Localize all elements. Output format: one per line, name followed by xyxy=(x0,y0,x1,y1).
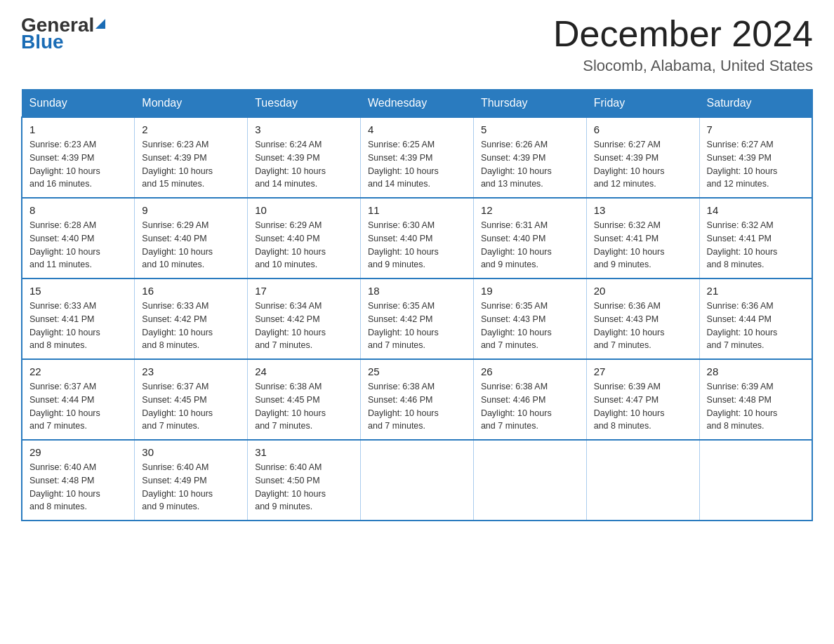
calendar-cell: 31Sunrise: 6:40 AMSunset: 4:50 PMDayligh… xyxy=(248,440,361,521)
day-number: 16 xyxy=(142,285,240,297)
day-number: 13 xyxy=(594,204,692,216)
calendar-cell: 8Sunrise: 6:28 AMSunset: 4:40 PMDaylight… xyxy=(22,198,135,279)
day-info: Sunrise: 6:38 AMSunset: 4:46 PMDaylight:… xyxy=(368,380,466,433)
day-number: 10 xyxy=(255,204,353,216)
calendar-cell: 28Sunrise: 6:39 AMSunset: 4:48 PMDayligh… xyxy=(699,359,812,440)
day-number: 29 xyxy=(29,446,127,458)
calendar-cell: 13Sunrise: 6:32 AMSunset: 4:41 PMDayligh… xyxy=(586,198,699,279)
calendar-cell: 24Sunrise: 6:38 AMSunset: 4:45 PMDayligh… xyxy=(248,359,361,440)
calendar-cell xyxy=(361,440,474,521)
day-info: Sunrise: 6:36 AMSunset: 4:44 PMDaylight:… xyxy=(707,300,805,352)
title-area: December 2024 Slocomb, Alabama, United S… xyxy=(553,14,813,75)
day-info: Sunrise: 6:24 AMSunset: 4:39 PMDaylight:… xyxy=(255,138,353,191)
day-number: 9 xyxy=(142,204,240,216)
calendar-cell: 26Sunrise: 6:38 AMSunset: 4:46 PMDayligh… xyxy=(473,359,586,440)
calendar-cell: 23Sunrise: 6:37 AMSunset: 4:45 PMDayligh… xyxy=(135,359,248,440)
day-info: Sunrise: 6:33 AMSunset: 4:42 PMDaylight:… xyxy=(142,300,240,352)
day-info: Sunrise: 6:25 AMSunset: 4:39 PMDaylight:… xyxy=(368,138,466,191)
calendar-cell: 7Sunrise: 6:27 AMSunset: 4:39 PMDaylight… xyxy=(699,117,812,198)
day-number: 31 xyxy=(255,446,353,458)
header-sunday: Sunday xyxy=(22,90,135,118)
header-tuesday: Tuesday xyxy=(248,90,361,118)
day-number: 26 xyxy=(481,365,579,377)
day-number: 30 xyxy=(142,446,240,458)
calendar-cell: 19Sunrise: 6:35 AMSunset: 4:43 PMDayligh… xyxy=(473,279,586,359)
calendar-week-row: 8Sunrise: 6:28 AMSunset: 4:40 PMDaylight… xyxy=(22,198,812,279)
calendar-week-row: 1Sunrise: 6:23 AMSunset: 4:39 PMDaylight… xyxy=(22,117,812,198)
day-info: Sunrise: 6:27 AMSunset: 4:39 PMDaylight:… xyxy=(707,138,805,191)
day-number: 21 xyxy=(707,285,805,297)
day-info: Sunrise: 6:30 AMSunset: 4:40 PMDaylight:… xyxy=(368,219,466,271)
day-info: Sunrise: 6:39 AMSunset: 4:47 PMDaylight:… xyxy=(594,380,692,433)
day-info: Sunrise: 6:35 AMSunset: 4:43 PMDaylight:… xyxy=(481,300,579,352)
calendar-cell: 15Sunrise: 6:33 AMSunset: 4:41 PMDayligh… xyxy=(22,279,135,359)
day-info: Sunrise: 6:28 AMSunset: 4:40 PMDaylight:… xyxy=(29,219,127,271)
calendar-week-row: 22Sunrise: 6:37 AMSunset: 4:44 PMDayligh… xyxy=(22,359,812,440)
calendar-cell: 6Sunrise: 6:27 AMSunset: 4:39 PMDaylight… xyxy=(586,117,699,198)
day-info: Sunrise: 6:29 AMSunset: 4:40 PMDaylight:… xyxy=(255,219,353,271)
day-number: 1 xyxy=(29,123,127,135)
calendar-cell xyxy=(586,440,699,521)
calendar-cell: 2Sunrise: 6:23 AMSunset: 4:39 PMDaylight… xyxy=(135,117,248,198)
day-info: Sunrise: 6:23 AMSunset: 4:39 PMDaylight:… xyxy=(142,138,240,191)
day-number: 7 xyxy=(707,123,805,135)
day-number: 20 xyxy=(594,285,692,297)
header-thursday: Thursday xyxy=(473,90,586,118)
header-monday: Monday xyxy=(135,90,248,118)
calendar-cell: 14Sunrise: 6:32 AMSunset: 4:41 PMDayligh… xyxy=(699,198,812,279)
calendar-cell: 20Sunrise: 6:36 AMSunset: 4:43 PMDayligh… xyxy=(586,279,699,359)
day-number: 28 xyxy=(707,365,805,377)
day-number: 25 xyxy=(368,365,466,377)
day-number: 3 xyxy=(255,123,353,135)
day-number: 5 xyxy=(481,123,579,135)
day-info: Sunrise: 6:39 AMSunset: 4:48 PMDaylight:… xyxy=(707,380,805,433)
day-info: Sunrise: 6:38 AMSunset: 4:46 PMDaylight:… xyxy=(481,380,579,433)
calendar-cell: 22Sunrise: 6:37 AMSunset: 4:44 PMDayligh… xyxy=(22,359,135,440)
calendar-cell: 18Sunrise: 6:35 AMSunset: 4:42 PMDayligh… xyxy=(361,279,474,359)
day-info: Sunrise: 6:32 AMSunset: 4:41 PMDaylight:… xyxy=(594,219,692,271)
calendar-week-row: 15Sunrise: 6:33 AMSunset: 4:41 PMDayligh… xyxy=(22,279,812,359)
day-number: 22 xyxy=(29,365,127,377)
calendar-cell xyxy=(699,440,812,521)
header-saturday: Saturday xyxy=(699,90,812,118)
calendar-cell: 17Sunrise: 6:34 AMSunset: 4:42 PMDayligh… xyxy=(248,279,361,359)
calendar-cell: 21Sunrise: 6:36 AMSunset: 4:44 PMDayligh… xyxy=(699,279,812,359)
calendar-cell: 10Sunrise: 6:29 AMSunset: 4:40 PMDayligh… xyxy=(248,198,361,279)
day-number: 8 xyxy=(29,204,127,216)
day-info: Sunrise: 6:40 AMSunset: 4:48 PMDaylight:… xyxy=(29,461,127,514)
calendar-cell: 5Sunrise: 6:26 AMSunset: 4:39 PMDaylight… xyxy=(473,117,586,198)
calendar-cell: 27Sunrise: 6:39 AMSunset: 4:47 PMDayligh… xyxy=(586,359,699,440)
day-info: Sunrise: 6:27 AMSunset: 4:39 PMDaylight:… xyxy=(594,138,692,191)
day-info: Sunrise: 6:36 AMSunset: 4:43 PMDaylight:… xyxy=(594,300,692,352)
calendar-cell: 9Sunrise: 6:29 AMSunset: 4:40 PMDaylight… xyxy=(135,198,248,279)
page-header: General Blue December 2024 Slocomb, Alab… xyxy=(21,14,813,75)
day-number: 15 xyxy=(29,285,127,297)
calendar-cell: 16Sunrise: 6:33 AMSunset: 4:42 PMDayligh… xyxy=(135,279,248,359)
day-number: 27 xyxy=(594,365,692,377)
day-info: Sunrise: 6:40 AMSunset: 4:49 PMDaylight:… xyxy=(142,461,240,514)
day-number: 6 xyxy=(594,123,692,135)
day-number: 2 xyxy=(142,123,240,135)
calendar-table: SundayMondayTuesdayWednesdayThursdayFrid… xyxy=(21,89,813,521)
day-info: Sunrise: 6:37 AMSunset: 4:45 PMDaylight:… xyxy=(142,380,240,433)
day-info: Sunrise: 6:38 AMSunset: 4:45 PMDaylight:… xyxy=(255,380,353,433)
calendar-header-row: SundayMondayTuesdayWednesdayThursdayFrid… xyxy=(22,90,812,118)
day-info: Sunrise: 6:26 AMSunset: 4:39 PMDaylight:… xyxy=(481,138,579,191)
month-title: December 2024 xyxy=(553,14,813,54)
day-number: 4 xyxy=(368,123,466,135)
day-number: 24 xyxy=(255,365,353,377)
location-label: Slocomb, Alabama, United States xyxy=(553,57,813,75)
calendar-cell: 11Sunrise: 6:30 AMSunset: 4:40 PMDayligh… xyxy=(361,198,474,279)
day-info: Sunrise: 6:32 AMSunset: 4:41 PMDaylight:… xyxy=(707,219,805,271)
logo: General Blue xyxy=(21,14,105,53)
day-info: Sunrise: 6:31 AMSunset: 4:40 PMDaylight:… xyxy=(481,219,579,271)
day-info: Sunrise: 6:37 AMSunset: 4:44 PMDaylight:… xyxy=(29,380,127,433)
calendar-week-row: 29Sunrise: 6:40 AMSunset: 4:48 PMDayligh… xyxy=(22,440,812,521)
day-info: Sunrise: 6:33 AMSunset: 4:41 PMDaylight:… xyxy=(29,300,127,352)
day-info: Sunrise: 6:34 AMSunset: 4:42 PMDaylight:… xyxy=(255,300,353,352)
calendar-cell xyxy=(473,440,586,521)
day-number: 18 xyxy=(368,285,466,297)
calendar-cell: 25Sunrise: 6:38 AMSunset: 4:46 PMDayligh… xyxy=(361,359,474,440)
logo-blue-text: Blue xyxy=(21,31,64,53)
calendar-cell: 30Sunrise: 6:40 AMSunset: 4:49 PMDayligh… xyxy=(135,440,248,521)
